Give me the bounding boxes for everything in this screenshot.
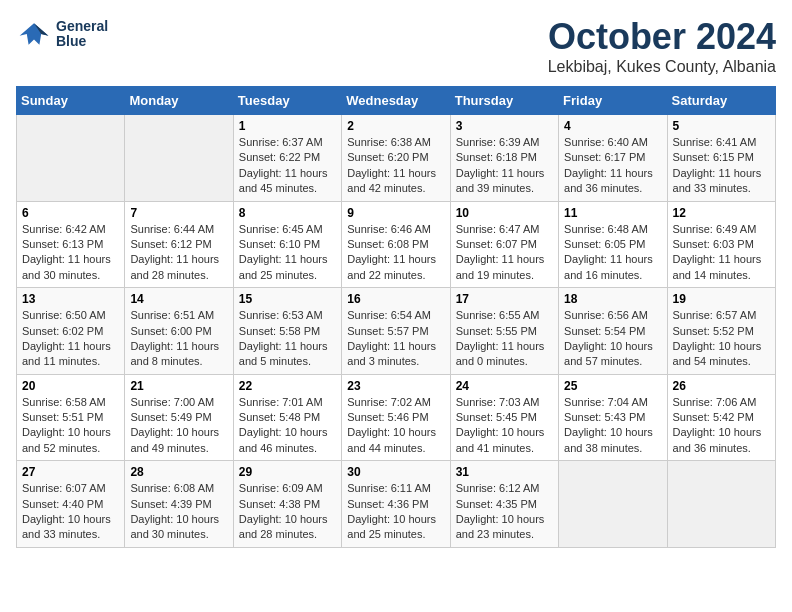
calendar-cell: 7Sunrise: 6:44 AMSunset: 6:12 PMDaylight… bbox=[125, 201, 233, 288]
day-number: 2 bbox=[347, 119, 444, 133]
calendar-cell: 29Sunrise: 6:09 AMSunset: 4:38 PMDayligh… bbox=[233, 461, 341, 548]
day-content: Sunrise: 6:50 AMSunset: 6:02 PMDaylight:… bbox=[22, 308, 119, 370]
calendar-cell: 19Sunrise: 6:57 AMSunset: 5:52 PMDayligh… bbox=[667, 288, 775, 375]
day-number: 18 bbox=[564, 292, 661, 306]
day-number: 22 bbox=[239, 379, 336, 393]
day-content: Sunrise: 6:46 AMSunset: 6:08 PMDaylight:… bbox=[347, 222, 444, 284]
day-content: Sunrise: 6:51 AMSunset: 6:00 PMDaylight:… bbox=[130, 308, 227, 370]
day-number: 19 bbox=[673, 292, 770, 306]
calendar-subtitle: Lekbibaj, Kukes County, Albania bbox=[548, 58, 776, 76]
calendar-cell: 20Sunrise: 6:58 AMSunset: 5:51 PMDayligh… bbox=[17, 374, 125, 461]
calendar-cell: 16Sunrise: 6:54 AMSunset: 5:57 PMDayligh… bbox=[342, 288, 450, 375]
day-number: 6 bbox=[22, 206, 119, 220]
calendar-cell: 25Sunrise: 7:04 AMSunset: 5:43 PMDayligh… bbox=[559, 374, 667, 461]
day-content: Sunrise: 6:42 AMSunset: 6:13 PMDaylight:… bbox=[22, 222, 119, 284]
day-content: Sunrise: 6:37 AMSunset: 6:22 PMDaylight:… bbox=[239, 135, 336, 197]
day-number: 12 bbox=[673, 206, 770, 220]
weekday-header-row: SundayMondayTuesdayWednesdayThursdayFrid… bbox=[17, 87, 776, 115]
day-content: Sunrise: 6:40 AMSunset: 6:17 PMDaylight:… bbox=[564, 135, 661, 197]
calendar-cell: 3Sunrise: 6:39 AMSunset: 6:18 PMDaylight… bbox=[450, 115, 558, 202]
day-content: Sunrise: 6:08 AMSunset: 4:39 PMDaylight:… bbox=[130, 481, 227, 543]
calendar-cell: 1Sunrise: 6:37 AMSunset: 6:22 PMDaylight… bbox=[233, 115, 341, 202]
calendar-cell: 2Sunrise: 6:38 AMSunset: 6:20 PMDaylight… bbox=[342, 115, 450, 202]
calendar-cell: 24Sunrise: 7:03 AMSunset: 5:45 PMDayligh… bbox=[450, 374, 558, 461]
calendar-cell: 14Sunrise: 6:51 AMSunset: 6:00 PMDayligh… bbox=[125, 288, 233, 375]
calendar-cell: 10Sunrise: 6:47 AMSunset: 6:07 PMDayligh… bbox=[450, 201, 558, 288]
calendar-cell: 9Sunrise: 6:46 AMSunset: 6:08 PMDaylight… bbox=[342, 201, 450, 288]
day-number: 7 bbox=[130, 206, 227, 220]
day-number: 4 bbox=[564, 119, 661, 133]
day-number: 3 bbox=[456, 119, 553, 133]
day-content: Sunrise: 6:12 AMSunset: 4:35 PMDaylight:… bbox=[456, 481, 553, 543]
day-number: 11 bbox=[564, 206, 661, 220]
day-number: 28 bbox=[130, 465, 227, 479]
calendar-cell: 26Sunrise: 7:06 AMSunset: 5:42 PMDayligh… bbox=[667, 374, 775, 461]
day-content: Sunrise: 6:11 AMSunset: 4:36 PMDaylight:… bbox=[347, 481, 444, 543]
day-number: 13 bbox=[22, 292, 119, 306]
day-content: Sunrise: 6:45 AMSunset: 6:10 PMDaylight:… bbox=[239, 222, 336, 284]
calendar-cell: 11Sunrise: 6:48 AMSunset: 6:05 PMDayligh… bbox=[559, 201, 667, 288]
day-number: 24 bbox=[456, 379, 553, 393]
day-content: Sunrise: 7:06 AMSunset: 5:42 PMDaylight:… bbox=[673, 395, 770, 457]
day-content: Sunrise: 6:49 AMSunset: 6:03 PMDaylight:… bbox=[673, 222, 770, 284]
day-content: Sunrise: 6:39 AMSunset: 6:18 PMDaylight:… bbox=[456, 135, 553, 197]
day-number: 23 bbox=[347, 379, 444, 393]
day-number: 17 bbox=[456, 292, 553, 306]
calendar-cell: 23Sunrise: 7:02 AMSunset: 5:46 PMDayligh… bbox=[342, 374, 450, 461]
calendar-cell bbox=[559, 461, 667, 548]
day-content: Sunrise: 6:07 AMSunset: 4:40 PMDaylight:… bbox=[22, 481, 119, 543]
weekday-header-sunday: Sunday bbox=[17, 87, 125, 115]
day-content: Sunrise: 6:44 AMSunset: 6:12 PMDaylight:… bbox=[130, 222, 227, 284]
day-number: 29 bbox=[239, 465, 336, 479]
weekday-header-tuesday: Tuesday bbox=[233, 87, 341, 115]
day-number: 26 bbox=[673, 379, 770, 393]
calendar-cell: 6Sunrise: 6:42 AMSunset: 6:13 PMDaylight… bbox=[17, 201, 125, 288]
calendar-cell: 15Sunrise: 6:53 AMSunset: 5:58 PMDayligh… bbox=[233, 288, 341, 375]
calendar-cell: 12Sunrise: 6:49 AMSunset: 6:03 PMDayligh… bbox=[667, 201, 775, 288]
day-number: 1 bbox=[239, 119, 336, 133]
day-content: Sunrise: 7:01 AMSunset: 5:48 PMDaylight:… bbox=[239, 395, 336, 457]
calendar-cell: 17Sunrise: 6:55 AMSunset: 5:55 PMDayligh… bbox=[450, 288, 558, 375]
day-content: Sunrise: 6:09 AMSunset: 4:38 PMDaylight:… bbox=[239, 481, 336, 543]
calendar-cell: 22Sunrise: 7:01 AMSunset: 5:48 PMDayligh… bbox=[233, 374, 341, 461]
day-content: Sunrise: 7:04 AMSunset: 5:43 PMDaylight:… bbox=[564, 395, 661, 457]
day-content: Sunrise: 7:02 AMSunset: 5:46 PMDaylight:… bbox=[347, 395, 444, 457]
day-content: Sunrise: 7:03 AMSunset: 5:45 PMDaylight:… bbox=[456, 395, 553, 457]
calendar-cell: 5Sunrise: 6:41 AMSunset: 6:15 PMDaylight… bbox=[667, 115, 775, 202]
day-content: Sunrise: 6:54 AMSunset: 5:57 PMDaylight:… bbox=[347, 308, 444, 370]
calendar-cell: 13Sunrise: 6:50 AMSunset: 6:02 PMDayligh… bbox=[17, 288, 125, 375]
calendar-cell: 4Sunrise: 6:40 AMSunset: 6:17 PMDaylight… bbox=[559, 115, 667, 202]
day-number: 8 bbox=[239, 206, 336, 220]
day-content: Sunrise: 6:53 AMSunset: 5:58 PMDaylight:… bbox=[239, 308, 336, 370]
day-content: Sunrise: 7:00 AMSunset: 5:49 PMDaylight:… bbox=[130, 395, 227, 457]
calendar-cell: 21Sunrise: 7:00 AMSunset: 5:49 PMDayligh… bbox=[125, 374, 233, 461]
weekday-header-wednesday: Wednesday bbox=[342, 87, 450, 115]
day-number: 25 bbox=[564, 379, 661, 393]
day-number: 20 bbox=[22, 379, 119, 393]
day-content: Sunrise: 6:58 AMSunset: 5:51 PMDaylight:… bbox=[22, 395, 119, 457]
day-number: 30 bbox=[347, 465, 444, 479]
day-number: 14 bbox=[130, 292, 227, 306]
day-number: 9 bbox=[347, 206, 444, 220]
title-block: October 2024 Lekbibaj, Kukes County, Alb… bbox=[548, 16, 776, 76]
weekday-header-monday: Monday bbox=[125, 87, 233, 115]
calendar-title: October 2024 bbox=[548, 16, 776, 58]
day-content: Sunrise: 6:38 AMSunset: 6:20 PMDaylight:… bbox=[347, 135, 444, 197]
day-number: 21 bbox=[130, 379, 227, 393]
calendar-week-row: 20Sunrise: 6:58 AMSunset: 5:51 PMDayligh… bbox=[17, 374, 776, 461]
calendar-cell bbox=[125, 115, 233, 202]
logo: General Blue bbox=[16, 16, 108, 52]
day-number: 15 bbox=[239, 292, 336, 306]
logo-text: General Blue bbox=[56, 19, 108, 50]
calendar-cell: 30Sunrise: 6:11 AMSunset: 4:36 PMDayligh… bbox=[342, 461, 450, 548]
logo-line1: General bbox=[56, 19, 108, 34]
day-content: Sunrise: 6:57 AMSunset: 5:52 PMDaylight:… bbox=[673, 308, 770, 370]
calendar-cell bbox=[17, 115, 125, 202]
calendar-cell: 31Sunrise: 6:12 AMSunset: 4:35 PMDayligh… bbox=[450, 461, 558, 548]
logo-icon bbox=[16, 16, 52, 52]
calendar-week-row: 13Sunrise: 6:50 AMSunset: 6:02 PMDayligh… bbox=[17, 288, 776, 375]
calendar-cell bbox=[667, 461, 775, 548]
day-content: Sunrise: 6:55 AMSunset: 5:55 PMDaylight:… bbox=[456, 308, 553, 370]
day-content: Sunrise: 6:48 AMSunset: 6:05 PMDaylight:… bbox=[564, 222, 661, 284]
weekday-header-thursday: Thursday bbox=[450, 87, 558, 115]
